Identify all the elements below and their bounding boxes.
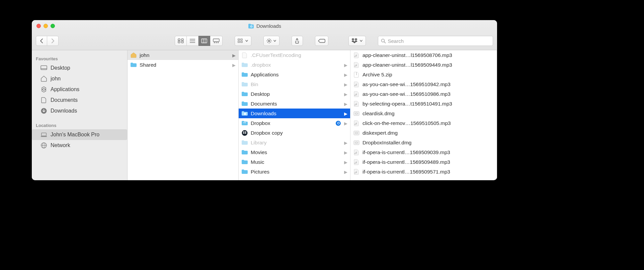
chevron-right-icon: ▶ — [344, 82, 347, 87]
dmg-icon — [353, 140, 360, 146]
file-row[interactable]: Archive 5.zip — [350, 70, 497, 79]
svg-point-62 — [356, 142, 357, 143]
column-item-john[interactable]: john ▶ — [128, 50, 238, 60]
audio-icon — [353, 81, 360, 87]
file-row[interactable]: DropboxInstaller.dmg — [350, 138, 497, 147]
file-name: as-you-can-see-wi…1569510986.mp3 — [363, 91, 493, 97]
chevron-right-icon: ▶ — [232, 62, 236, 67]
file-row[interactable]: app-cleaner-uninst…l1569508706.mp3 — [350, 50, 497, 60]
column-item-label: .dropbox — [251, 62, 347, 68]
file-name: by-selecting-opera…t1569510491.mp3 — [363, 101, 493, 107]
sidebar-item-this-mac[interactable]: John's MacBook Pro — [32, 129, 127, 140]
svg-rect-11 — [213, 39, 219, 42]
svg-point-46 — [242, 130, 248, 136]
svg-rect-8 — [202, 39, 207, 43]
forward-button[interactable] — [47, 36, 59, 46]
sidebar-item-documents[interactable]: Documents — [32, 95, 127, 106]
column-item-library[interactable]: Library ▶ — [239, 138, 350, 147]
close-window-button[interactable] — [36, 24, 41, 28]
svg-point-19 — [268, 40, 270, 42]
file-row[interactable]: by-selecting-opera…t1569510491.mp3 — [350, 99, 497, 109]
column-users: john ▶ Shared ▶ — [128, 50, 239, 180]
audio-icon — [353, 169, 360, 175]
svg-rect-3 — [178, 41, 180, 43]
svg-rect-12 — [214, 42, 215, 43]
sidebar-item-downloads[interactable]: Downloads — [32, 106, 127, 116]
audio-icon — [353, 62, 360, 68]
column-item-label: Library — [251, 140, 347, 146]
column-item-dropbox-copy[interactable]: Dropbox copy — [239, 128, 350, 138]
file-row[interactable]: as-you-can-see-wi…1569510942.mp3 — [350, 79, 497, 89]
minimize-window-button[interactable] — [44, 24, 48, 28]
list-view-button[interactable] — [187, 36, 198, 46]
tags-button[interactable] — [315, 36, 328, 46]
chevron-right-icon: ▶ — [344, 121, 347, 126]
svg-rect-14 — [218, 42, 219, 43]
column-item-applications[interactable]: Applications ▶ — [239, 70, 350, 79]
sidebar-item-home[interactable]: john — [32, 73, 127, 84]
zoom-window-button[interactable] — [51, 24, 55, 28]
dmg-icon — [353, 111, 360, 117]
desktop-icon — [41, 65, 47, 71]
chevron-right-icon: ▶ — [344, 150, 347, 155]
svg-rect-13 — [216, 42, 217, 43]
view-mode-buttons — [175, 36, 223, 46]
column-item-desktop[interactable]: Desktop ▶ — [239, 89, 350, 99]
file-row[interactable]: if-opera-is-currentl…1569509039.mp3 — [350, 147, 497, 157]
group-by-button[interactable] — [235, 36, 251, 46]
chevron-right-icon: ▶ — [344, 169, 347, 174]
column-item-music[interactable]: Music ▶ — [239, 157, 350, 167]
column-item-label: Pictures — [251, 169, 347, 175]
svg-point-59 — [356, 132, 357, 133]
column-item-shared[interactable]: Shared ▶ — [128, 60, 238, 70]
column-item-dotdropbox[interactable]: .dropbox ▶ — [239, 60, 350, 70]
chevron-right-icon: ▶ — [344, 72, 347, 77]
sidebar-item-desktop[interactable]: Desktop — [32, 63, 127, 73]
file-row[interactable]: if-opera-is-currentl…1569509571.mp3 — [350, 167, 497, 177]
folder-icon — [241, 149, 248, 155]
gallery-view-button[interactable] — [210, 36, 223, 46]
file-row[interactable]: diskexpert.dmg — [350, 128, 497, 138]
icon-view-button[interactable] — [175, 36, 187, 46]
file-row[interactable]: app-cleaner-uninst…l1569509449.mp3 — [350, 60, 497, 70]
search-field[interactable]: Search — [378, 36, 493, 46]
column-item-label: john — [140, 52, 235, 58]
column-item-cfusertextencoding[interactable]: .CFUserTextEncoding — [239, 50, 350, 60]
svg-rect-53 — [356, 74, 357, 75]
file-row[interactable]: if-opera-is-currentl…1569509489.mp3 — [350, 157, 497, 167]
file-icon — [241, 52, 248, 58]
file-name: as-you-can-see-wi…1569510942.mp3 — [363, 81, 493, 87]
column-item-pictures[interactable]: Pictures ▶ — [239, 167, 350, 177]
audio-icon — [353, 159, 360, 165]
folder-icon — [130, 62, 137, 68]
audio-icon — [353, 91, 360, 97]
column-item-movies[interactable]: Movies ▶ — [239, 147, 350, 157]
folder-dim-icon — [241, 140, 248, 146]
column-item-bin[interactable]: Bin ▶ — [239, 79, 350, 89]
chevron-right-icon: ▶ — [344, 111, 347, 116]
svg-line-26 — [267, 42, 268, 43]
column-item-label: Shared — [140, 62, 235, 68]
chevron-right-icon: ▶ — [344, 91, 347, 96]
file-name: app-cleaner-uninst…l1569508706.mp3 — [363, 52, 493, 58]
sidebar-item-label: john — [51, 76, 61, 82]
sidebar-item-applications[interactable]: Applications — [32, 84, 127, 95]
back-button[interactable] — [36, 36, 47, 46]
column-item-downloads[interactable]: Downloads ▶ — [239, 109, 350, 118]
sidebar-item-network[interactable]: Network — [32, 140, 127, 151]
file-row[interactable]: cleardisk.dmg — [350, 109, 497, 118]
downloads-icon — [41, 108, 47, 114]
file-row[interactable]: click-on-the-remov…1569510505.mp3 — [350, 118, 497, 128]
column-item-label: Music — [251, 159, 347, 165]
column-item-documents[interactable]: Documents ▶ — [239, 99, 350, 109]
column-item-label: Downloads — [251, 111, 347, 117]
finder-window: Downloads — [32, 20, 497, 180]
dropbox-toolbar-button[interactable] — [348, 36, 366, 46]
share-button[interactable] — [292, 36, 303, 46]
column-item-dropbox[interactable]: Dropbox ▶ — [239, 118, 350, 128]
action-button[interactable] — [263, 36, 279, 46]
column-view-button[interactable] — [198, 36, 210, 46]
dropbox-folder-icon — [241, 120, 248, 126]
column-downloads: app-cleaner-uninst…l1569508706.mp3app-cl… — [350, 50, 497, 180]
file-row[interactable]: as-you-can-see-wi…1569510986.mp3 — [350, 89, 497, 99]
